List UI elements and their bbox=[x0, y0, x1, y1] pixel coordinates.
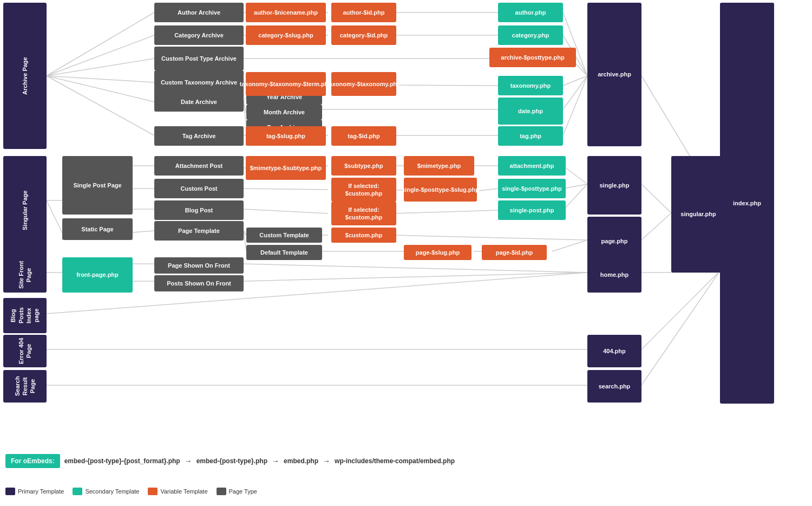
svg-line-55 bbox=[641, 184, 671, 213]
oembed-bar: For oEmbeds: embed-{post-type}-{post_for… bbox=[5, 454, 455, 468]
svg-line-62 bbox=[244, 273, 587, 281]
category-id-php: category-$id.php bbox=[331, 25, 396, 45]
oembed-arrow-2: → bbox=[272, 457, 279, 465]
custom-post-archive: Custom Post Type Archive bbox=[154, 47, 244, 70]
mimetype-php: $mimetype.php bbox=[404, 156, 474, 176]
svg-line-45 bbox=[393, 210, 498, 213]
svg-line-61 bbox=[244, 264, 587, 273]
if-custom-blog-php: If selected: $custom.php bbox=[331, 202, 396, 225]
svg-line-28 bbox=[563, 76, 587, 135]
svg-line-46 bbox=[563, 184, 587, 210]
svg-line-31 bbox=[47, 200, 62, 233]
search-result-page: Search Result Page bbox=[3, 370, 47, 403]
diagram-container: Archive Page Author Archive Category Arc… bbox=[0, 0, 812, 506]
svg-line-42 bbox=[479, 189, 498, 191]
oembed-arrow-3: → bbox=[323, 457, 330, 465]
tag-archive: Tag Archive bbox=[154, 126, 244, 146]
legend-pagetype-label: Page Type bbox=[229, 488, 257, 495]
date-php: date.php bbox=[498, 98, 563, 125]
taxonomy-php: taxonomy.php bbox=[498, 76, 563, 95]
author-php: author.php bbox=[498, 3, 563, 22]
svg-line-24 bbox=[563, 76, 587, 109]
page-slug-php: page-$slug.php bbox=[404, 245, 472, 260]
svg-line-19 bbox=[563, 76, 587, 86]
legend-secondary-label: Secondary Template bbox=[85, 488, 139, 495]
attachment-php: attachment.php bbox=[498, 156, 566, 176]
legend-primary-label: Primary Template bbox=[18, 488, 64, 495]
taxonomy-tax-php: taxonomy-$taxonomy.php bbox=[331, 72, 396, 96]
oembed-file-2: embed-{post-type}.php bbox=[197, 457, 267, 465]
legend-secondary: Secondary Template bbox=[73, 488, 139, 495]
archive-php: archive.php bbox=[587, 3, 641, 146]
svg-line-2 bbox=[47, 59, 154, 76]
tag-php: tag.php bbox=[498, 126, 563, 146]
single-php: single.php bbox=[587, 156, 641, 215]
tag-slug-php: tag-$slug.php bbox=[246, 126, 326, 146]
author-archive: Author Archive bbox=[154, 3, 244, 22]
home-php: home.php bbox=[587, 257, 641, 293]
legend-pagetype-box bbox=[217, 488, 226, 495]
page-template: Page Template bbox=[154, 221, 244, 241]
blog-posts-index: Blog Posts Index page bbox=[3, 298, 47, 333]
oembed-file-4: wp-includes/theme-compat/embed.php bbox=[335, 457, 455, 465]
svg-line-51 bbox=[393, 235, 587, 240]
tag-id-php: tag-$id.php bbox=[331, 126, 396, 146]
legend: Primary Template Secondary Template Vari… bbox=[5, 488, 257, 495]
category-php: category.php bbox=[498, 25, 563, 45]
legend-variable-label: Variable Template bbox=[160, 488, 207, 495]
custom-tax-archive: Custom Taxonomy Archive bbox=[154, 70, 244, 94]
single-post-php: single-post.php bbox=[498, 200, 566, 220]
legend-pagetype: Page Type bbox=[217, 488, 257, 495]
mimetype-subtype-php: $mimetype-$subtype.php bbox=[246, 156, 326, 180]
single-post-page: Single Post Page bbox=[62, 156, 133, 215]
svg-line-18 bbox=[393, 85, 498, 86]
svg-line-1 bbox=[47, 35, 154, 76]
singular-page: Singular Page bbox=[3, 156, 47, 264]
blog-post: Blog Post bbox=[154, 200, 244, 220]
single-posttype-php: single-$posttype.php bbox=[498, 179, 566, 198]
custom-post: Custom Post bbox=[154, 179, 244, 198]
custom-php: $custom.php bbox=[331, 228, 396, 243]
oembed-arrow-1: → bbox=[185, 457, 192, 465]
svg-line-54 bbox=[552, 240, 587, 251]
singular-php: singular.php bbox=[671, 156, 725, 273]
php-404: 404.php bbox=[587, 335, 641, 367]
legend-variable-box bbox=[148, 488, 158, 495]
legend-primary: Primary Template bbox=[5, 488, 64, 495]
taxonomy-term-php: taxonomy-$taxonomy-$term.php bbox=[246, 72, 326, 96]
page-shown-front: Page Shown On Front bbox=[154, 257, 244, 274]
svg-line-3 bbox=[47, 76, 154, 82]
error-404-page: Error 404 Page bbox=[3, 335, 47, 367]
author-id-php: author-$id.php bbox=[331, 3, 396, 22]
author-nicename-php: author-$nicename.php bbox=[246, 3, 326, 22]
svg-line-68 bbox=[641, 271, 720, 385]
legend-secondary-box bbox=[73, 488, 82, 495]
category-slug-php: category-$slug.php bbox=[246, 25, 326, 45]
legend-variable: Variable Template bbox=[148, 488, 207, 495]
month-archive: Month Archive bbox=[246, 105, 322, 120]
svg-line-56 bbox=[641, 213, 671, 240]
index-php: index.php bbox=[720, 3, 774, 404]
oembed-file-3: embed.php bbox=[284, 457, 318, 465]
posts-shown-front: Posts Shown On Front bbox=[154, 275, 244, 291]
archive-page: Archive Page bbox=[3, 3, 47, 149]
subtype-php: $subtype.php bbox=[331, 156, 396, 176]
svg-line-40 bbox=[244, 189, 328, 190]
attachment-post: Attachment Post bbox=[154, 156, 244, 176]
site-front-page: Site Front Page bbox=[3, 257, 47, 293]
static-page: Static Page bbox=[62, 218, 133, 240]
legend-primary-box bbox=[5, 488, 15, 495]
custom-template: Custom Template bbox=[246, 228, 322, 243]
archive-posttype-php: archive-$posttype.php bbox=[489, 48, 576, 67]
default-template: Default Template bbox=[246, 245, 322, 260]
svg-line-39 bbox=[563, 166, 587, 184]
front-page-php: front-page.php bbox=[62, 257, 133, 293]
svg-line-43 bbox=[563, 184, 587, 189]
page-id-php: page-$id.php bbox=[482, 245, 547, 260]
svg-line-44 bbox=[244, 209, 328, 213]
date-archive: Date Archive bbox=[154, 92, 244, 112]
oembed-file-1: embed-{post-type}-{post_format}.php bbox=[64, 457, 180, 465]
svg-line-5 bbox=[47, 76, 154, 135]
svg-line-0 bbox=[47, 12, 154, 76]
oembed-label: For oEmbeds: bbox=[5, 454, 60, 468]
